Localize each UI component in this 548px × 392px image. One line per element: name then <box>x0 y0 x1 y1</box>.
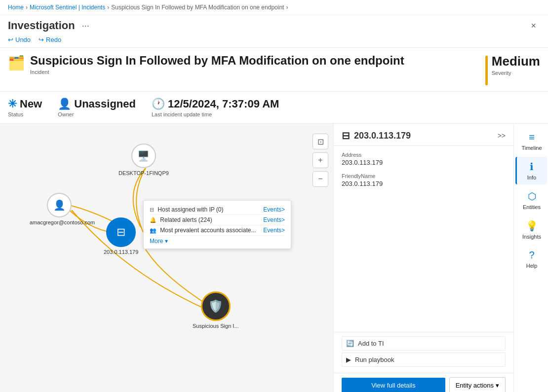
detail-footer: View full details Entity actions ▾ <box>334 373 513 392</box>
node-alert[interactable]: 🛡️ Suspicious Sign I... <box>193 291 239 329</box>
entity-actions-button[interactable]: Entity actions ▾ <box>449 377 506 392</box>
run-playbook-label: Run playbook <box>355 356 394 363</box>
ip-panel-icon: ⊟ <box>342 130 350 142</box>
toolbar: ↩ Undo ↪ Redo <box>0 34 548 48</box>
status-label: Status <box>8 111 42 117</box>
expand-button[interactable]: >> <box>498 132 506 140</box>
insights-icon: 💡 <box>526 220 538 232</box>
chevron-down-icon: ▾ <box>496 382 499 389</box>
friendly-label: FriendlyName <box>342 173 506 179</box>
address-label: Address <box>342 152 506 158</box>
add-to-ti-icon: 🔄 <box>346 340 354 347</box>
ip-panel-address: 203.0.113.179 <box>354 131 411 141</box>
node-desktop[interactable]: 🖥️ DESKTOP-1FINQP9 <box>118 143 169 176</box>
severity-label: Severity <box>492 70 540 76</box>
sidebar-item-insights[interactable]: 💡 Insights <box>515 216 547 244</box>
popup-row-0: ⊟ Host assigned with IP (0) Events> <box>150 205 285 215</box>
fit-view-button[interactable]: ⊡ <box>313 134 328 149</box>
graph-area: 🖥️ DESKTOP-1FINQP9 👤 amacgregor@contoso.… <box>0 124 333 392</box>
popup-card: ⊟ Host assigned with IP (0) Events> 🔔 Re… <box>143 200 291 249</box>
detail-header: ⊟ 203.0.113.179 >> <box>334 124 513 146</box>
ip-label: 203.0.113.179 <box>104 249 138 255</box>
graph-controls: ⊡ + − <box>313 134 328 187</box>
investigation-main: 🖥️ DESKTOP-1FINQP9 👤 amacgregor@contoso.… <box>0 124 548 392</box>
redo-button[interactable]: ↪ Redo <box>39 36 61 43</box>
sidebar-item-timeline[interactable]: ≡ Timeline <box>515 128 547 155</box>
ellipsis-button[interactable]: ··· <box>79 20 92 32</box>
right-sidebar: ≡ Timeline ℹ Info ⬡ Entities 💡 Insights … <box>513 124 548 392</box>
ip-circle: ⊟ <box>106 217 136 247</box>
detail-actions: 🔄 Add to TI ▶ Run playbook <box>334 332 513 373</box>
sidebar-item-info[interactable]: ℹ Info <box>515 157 547 184</box>
owner-icon: 👤 <box>58 98 71 110</box>
zoom-in-button[interactable]: + <box>313 152 328 168</box>
timeline-label: Timeline <box>521 145 542 151</box>
user-circle: 👤 <box>47 193 72 217</box>
page-header: Investigation ··· × <box>0 15 548 34</box>
status-row: ✳ New Status 👤 Unassigned Owner 🕐 12/5/2… <box>0 92 548 124</box>
status-icon: ✳ <box>8 98 17 110</box>
page-title: Investigation <box>8 19 75 32</box>
close-button[interactable]: × <box>527 20 540 32</box>
info-icon: ℹ <box>530 161 534 173</box>
alerts-icon: 🔔 <box>150 217 157 223</box>
help-icon: ? <box>529 249 534 261</box>
insights-label: Insights <box>522 234 541 240</box>
incident-bar: 🗂️ Suspicious Sign In Followed by MFA Mo… <box>0 48 548 92</box>
popup-row-1-link[interactable]: Events> <box>263 216 285 223</box>
timeline-icon: ≡ <box>529 132 535 143</box>
severity-indicator <box>485 56 488 85</box>
popup-row-2-link[interactable]: Events> <box>263 227 285 234</box>
popup-row-0-label: ⊟ Host assigned with IP (0) <box>150 206 224 213</box>
clock-icon: 🕐 <box>152 98 165 110</box>
breadcrumb-home[interactable]: Home <box>8 4 24 11</box>
detail-body: Address 203.0.113.179 FriendlyName 203.0… <box>334 146 513 332</box>
zoom-out-button[interactable]: − <box>313 171 328 187</box>
owner-label: Owner <box>58 111 136 117</box>
info-label: Info <box>527 175 536 180</box>
address-value: 203.0.113.179 <box>342 159 506 166</box>
node-user[interactable]: 👤 amacgregor@contoso.com <box>30 193 89 225</box>
desktop-label: DESKTOP-1FINQP9 <box>118 170 169 176</box>
sidebar-item-help[interactable]: ? Help <box>515 246 547 273</box>
redo-icon: ↪ <box>39 36 44 43</box>
friendly-value: 203.0.113.179 <box>342 180 506 187</box>
owner-text: Unassigned <box>74 98 136 110</box>
detail-panel: ⊟ 203.0.113.179 >> Address 203.0.113.179… <box>333 124 513 392</box>
severity-value: Medium <box>492 54 540 69</box>
status-text: New <box>20 98 42 110</box>
time-text: 12/5/2024, 7:37:09 AM <box>168 98 279 110</box>
incident-title-area: 🗂️ Suspicious Sign In Followed by MFA Mo… <box>8 54 461 75</box>
popup-row-2: 👥 Most prevalent accounts associate... E… <box>150 225 285 236</box>
detail-field-friendly: FriendlyName 203.0.113.179 <box>342 173 506 187</box>
run-playbook-button[interactable]: ▶ Run playbook <box>342 353 506 367</box>
severity-area: Medium Severity <box>461 54 540 85</box>
entities-label: Entities <box>523 204 541 210</box>
undo-button[interactable]: ↩ Undo <box>8 36 31 43</box>
incident-title: Suspicious Sign In Followed by MFA Modif… <box>30 54 404 68</box>
add-to-ti-label: Add to TI <box>358 340 384 347</box>
run-playbook-icon: ▶ <box>346 356 351 363</box>
owner-item: 👤 Unassigned Owner <box>58 98 136 117</box>
time-label: Last incident update time <box>152 111 279 117</box>
alert-label: Suspicious Sign I... <box>193 323 239 329</box>
popup-row-1-label: 🔔 Related alerts (224) <box>150 216 212 223</box>
view-full-details-button[interactable]: View full details <box>342 378 445 392</box>
popup-row-0-link[interactable]: Events> <box>263 206 285 213</box>
entity-actions-label: Entity actions <box>456 382 494 389</box>
popup-more[interactable]: More ▾ <box>150 238 285 245</box>
more-label: More <box>150 238 163 245</box>
accounts-icon: 👥 <box>150 227 157 233</box>
sidebar-item-entities[interactable]: ⬡ Entities <box>515 186 547 214</box>
status-item: ✳ New Status <box>8 98 42 117</box>
host-icon: ⊟ <box>150 207 154 213</box>
detail-field-address: Address 203.0.113.179 <box>342 152 506 166</box>
incident-type-label: Incident <box>30 69 404 75</box>
node-ip[interactable]: ⊟ 203.0.113.179 <box>104 217 138 255</box>
breadcrumb-incidents[interactable]: Microsoft Sentinel | Incidents <box>30 4 105 11</box>
desktop-circle: 🖥️ <box>131 143 156 168</box>
entities-icon: ⬡ <box>528 190 536 202</box>
redo-label: Redo <box>46 36 61 43</box>
help-label: Help <box>526 263 538 269</box>
add-to-ti-button[interactable]: 🔄 Add to TI <box>342 336 506 351</box>
